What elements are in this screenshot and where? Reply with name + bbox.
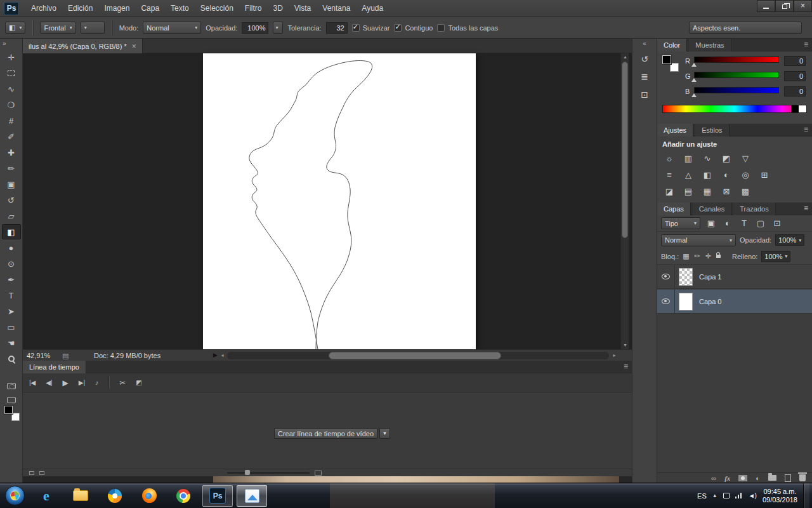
transition-button[interactable]: ◩ [136,379,141,386]
blue-slider-handle[interactable] [691,93,697,97]
eraser-tool[interactable]: ▱ [2,208,21,224]
taskbar-screenshot-tool[interactable] [237,485,267,507]
adjustments-panel-menu-icon[interactable] [804,125,808,134]
network-icon[interactable] [735,493,743,498]
layer-blend-mode-dropdown[interactable]: Normal [661,234,736,246]
blur-tool[interactable]: ● [2,240,21,255]
contiguo-checkbox[interactable] [394,24,402,32]
suavizar-option[interactable]: Suavizar [352,24,390,32]
language-indicator[interactable]: ES [697,492,707,500]
green-slider[interactable] [694,72,779,78]
hue-saturation-icon[interactable]: ≡ [661,168,678,181]
blue-value-field[interactable]: 0 [784,86,806,97]
dodge-tool[interactable]: ⊙ [2,256,21,271]
menu-3d[interactable]: 3D [267,0,288,17]
layer-thumbnail[interactable] [679,293,693,311]
blend-mode-dropdown[interactable]: Normal [143,22,201,34]
pattern-picker[interactable] [81,22,105,34]
color-balance-icon[interactable]: △ [680,168,697,181]
menu-ayuda[interactable]: Ayuda [356,0,389,17]
zoom-tool[interactable] [2,351,21,366]
lock-paint-icon[interactable]: ✏ [695,252,700,260]
posterize-icon[interactable]: ▤ [680,185,697,197]
layers-panel-menu-icon[interactable] [804,204,808,213]
history-brush-tool[interactable]: ↺ [2,192,21,208]
move-tool[interactable]: ✛ [2,50,21,65]
lock-transparency-icon[interactable]: ▦ [683,252,689,260]
curves-icon[interactable]: ∿ [699,152,716,164]
green-value-field[interactable]: 0 [784,71,806,81]
hand-tool[interactable]: ☚ [2,335,21,351]
photo-filter-icon[interactable]: ◐ [718,168,735,181]
red-value-field[interactable]: 0 [784,56,806,66]
color-swatches[interactable] [4,406,20,421]
taskbar-internet-explorer[interactable]: e [31,485,62,507]
tolerance-field[interactable]: 32 [326,22,348,34]
mute-audio-button[interactable]: ♪ [95,379,98,386]
history-panel-icon[interactable]: ↺ [636,51,653,67]
tool-preset-picker[interactable]: ◧ [5,22,25,34]
toolbar-collapse-icon[interactable]: » [0,39,22,49]
vertical-scrollbar[interactable]: ▴ ▾ [620,53,629,349]
vertical-scroll-thumb[interactable] [622,62,628,238]
timeline-zoom-slider[interactable] [227,472,310,474]
black-swatch[interactable] [791,105,799,112]
layer-name[interactable]: Capa 0 [699,298,721,305]
tab-estilos[interactable]: Estilos [695,124,729,137]
tab-capas[interactable]: Capas [657,203,691,215]
add-layer-mask-icon[interactable] [738,475,747,481]
lasso-tool[interactable]: ∿ [2,81,21,97]
link-layers-icon[interactable]: ∞ [711,474,716,482]
taskbar-photoshop[interactable]: Ps [202,485,233,507]
menu-texto[interactable]: Texto [165,0,195,17]
rectangle-tool[interactable]: ▭ [2,319,21,335]
timeline-zoom-knob[interactable] [245,470,250,475]
channel-mixer-icon[interactable]: ◎ [737,168,754,181]
black-white-icon[interactable]: ◧ [699,168,716,181]
gradient-map-icon[interactable]: ▩ [737,185,754,197]
volume-icon[interactable]: ◄) [749,492,757,499]
new-group-icon[interactable] [768,475,776,481]
layer-name[interactable]: Capa 1 [699,273,721,281]
close-button[interactable]: × [794,0,812,12]
filter-pixel-layers-icon[interactable]: ▣ [705,217,717,230]
taskbar-chrome[interactable] [168,485,199,507]
tab-canales[interactable]: Canales [693,203,731,215]
red-slider-handle[interactable] [691,63,697,67]
create-timeline-dropdown-arrow[interactable]: ▼ [379,428,390,439]
layer-row-capa-1[interactable]: Capa 1 [657,265,812,289]
taskbar-firefox[interactable] [134,485,164,507]
layer-filter-dropdown[interactable]: Tipo [661,217,700,229]
layer-fill-field[interactable]: 100% [761,251,790,262]
document-size-info[interactable]: Doc: 4,29 MB/0 bytes [94,352,160,359]
selective-color-icon[interactable]: ⊠ [718,185,735,197]
zoom-in-frames-icon[interactable] [315,471,322,476]
first-frame-button[interactable]: |◀ [29,379,36,386]
visibility-toggle[interactable] [657,265,675,289]
fill-source-dropdown[interactable]: Frontal [40,22,75,34]
scroll-down-arrow[interactable]: ▾ [621,342,629,349]
play-button[interactable]: ▶ [63,378,69,387]
scroll-up-arrow[interactable]: ▴ [621,53,629,61]
invert-icon[interactable]: ◪ [661,185,678,197]
canvas[interactable] [203,53,476,349]
next-frame-button[interactable]: ▶| [79,379,85,386]
layer-opacity-field[interactable]: 100% [775,234,804,246]
color-lookup-icon[interactable]: ⊞ [756,168,773,181]
opacity-field[interactable]: 100% [242,22,268,34]
threshold-icon[interactable]: ▦ [699,185,716,197]
exposure-icon[interactable]: ◩ [718,152,735,164]
tray-app-icon[interactable] [723,493,730,498]
restore-button[interactable] [775,0,794,12]
scroll-right-arrow[interactable]: ▸ [610,352,619,359]
red-slider[interactable] [694,57,779,63]
properties-panel-icon[interactable]: ≣ [636,69,653,84]
filter-type-layers-icon[interactable]: T [738,217,750,230]
zoom-out-frames-icon[interactable] [29,471,34,475]
foreground-color-swatch[interactable] [662,55,671,64]
visibility-toggle[interactable] [657,290,675,314]
info-panel-icon[interactable]: ⊡ [636,87,653,102]
tab-color[interactable]: Color [657,39,687,51]
menu-ventana[interactable]: Ventana [317,0,356,17]
split-clip-button[interactable]: ✂ [119,378,126,387]
